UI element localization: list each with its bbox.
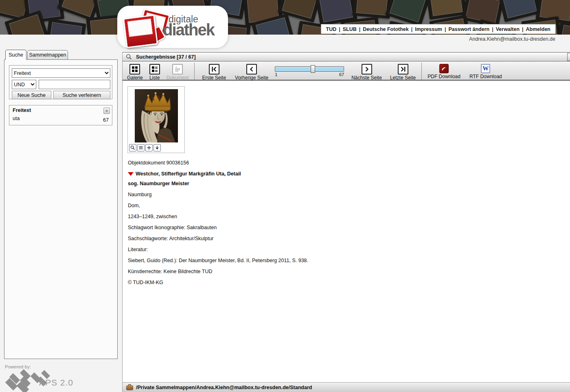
nav-link-verwalten[interactable]: Verwalten xyxy=(496,26,520,32)
copyright-line: © TUD-IKM-KG xyxy=(128,280,308,285)
refine-search-button[interactable]: Suche verfeinern xyxy=(53,91,110,99)
search-form: Freitext UND Neue Suche Suche verfeinern xyxy=(9,65,112,99)
document-view-icon xyxy=(172,64,183,74)
aps-logo-label: APS 2.0 xyxy=(39,378,73,388)
user-email: Andrea.Kiehn@mailbox.tu-dresden.de xyxy=(469,36,555,42)
nav-separator: | xyxy=(445,26,446,32)
rights-line: Künstlerrechte: Keine Bildrechte TUD xyxy=(128,269,308,274)
filter-result-count: 67 xyxy=(103,117,109,123)
search-operator-select[interactable]: UND xyxy=(12,80,36,89)
nav-link-abmelden[interactable]: Abmelden xyxy=(526,26,550,32)
slider-min-label: 1 xyxy=(275,72,277,77)
last-page-icon xyxy=(398,64,408,74)
chevron-right-icon xyxy=(362,64,372,74)
briefcase-icon xyxy=(126,384,133,390)
titlebar-edge-button[interactable] xyxy=(567,53,570,61)
search-icon xyxy=(126,54,132,60)
filter-term: uta xyxy=(13,116,20,121)
nav-separator: | xyxy=(492,26,493,32)
document-title-line: Westchor, Stifterfigur Markgräfin Uta, D… xyxy=(128,171,308,177)
thumb-zoom-button[interactable] xyxy=(129,144,136,151)
search-term-input[interactable] xyxy=(39,80,110,89)
search-panel: Freitext UND Neue Suche Suche verfeinern… xyxy=(4,59,118,359)
remove-filter-button[interactable]: × xyxy=(103,107,110,114)
powered-by-label: Powered by: xyxy=(5,364,31,369)
filter-field-label: Freitext xyxy=(13,107,31,113)
literature-label: Literatur: xyxy=(128,247,308,252)
gallery-grid-icon xyxy=(129,64,140,74)
toolbar-separator xyxy=(194,63,195,80)
thumb-detail-button[interactable] xyxy=(137,144,145,151)
nav-separator: | xyxy=(359,26,361,32)
building-line: Dom, xyxy=(128,203,308,208)
magnifier-icon xyxy=(130,145,135,150)
app-logo: digitale diathek xyxy=(117,6,228,48)
pdf-download-button[interactable]: PDF Download xyxy=(428,64,460,79)
nav-link-tud[interactable]: TUD xyxy=(326,26,337,32)
nav-separator: | xyxy=(522,26,524,32)
nav-separator: | xyxy=(411,26,413,32)
list-view-button[interactable]: Liste xyxy=(149,64,160,81)
page-slider-track[interactable] xyxy=(275,66,344,72)
document-content: Objektdokument 90036156 Westchor, Stifte… xyxy=(123,81,570,382)
list-view-icon xyxy=(149,64,160,74)
search-field-select[interactable]: Freitext xyxy=(12,68,110,78)
date-line: 1243–1249, zwischen xyxy=(128,214,308,219)
results-toolbar: Galerie Liste Dokument Erste Seite xyxy=(123,62,570,81)
iconography-line: Schlagwort Ikonographie: Sakralbauten xyxy=(128,225,308,230)
slides-logo-icon xyxy=(124,11,164,46)
results-title: Suchergebnisse [37 / 67] xyxy=(136,54,196,60)
next-page-button[interactable]: Nächste Seite xyxy=(351,64,382,81)
chevron-left-icon xyxy=(246,64,257,74)
slider-max-label: 67 xyxy=(339,72,344,77)
active-filter-box: Freitext × uta 67 xyxy=(9,105,112,125)
thumb-download-button[interactable] xyxy=(153,144,161,151)
new-search-button[interactable]: Neue Suche xyxy=(12,91,51,99)
toolbar-separator xyxy=(421,63,422,80)
tab-sammelmappen[interactable]: Sammelmappen xyxy=(27,50,68,60)
results-title-bar: Suchergebnisse [37 / 67] xyxy=(123,52,570,61)
text-lines-icon xyxy=(138,145,143,150)
artist-line: sog. Naumburger Meister xyxy=(128,181,308,186)
literature-line: Siebert, Guido (Red.): Der Naumburger Me… xyxy=(128,258,308,263)
uta-statue-thumbnail[interactable] xyxy=(135,89,178,142)
result-thumbnail-card xyxy=(127,86,185,153)
thumb-add-button[interactable] xyxy=(145,144,153,151)
top-nav-bar: TUD| SLUB| Deutsche Fotothek| Impressum|… xyxy=(321,24,556,34)
nav-separator: | xyxy=(339,26,340,32)
first-page-button[interactable]: Erste Seite xyxy=(202,64,226,81)
gallery-view-button[interactable]: Galerie xyxy=(127,64,143,81)
nav-link-passwort[interactable]: Passwort ändern xyxy=(448,26,489,32)
rtf-download-button[interactable]: W RTF Download xyxy=(469,64,502,79)
document-view-button: Dokument xyxy=(167,64,189,81)
collapse-triangle-icon[interactable] xyxy=(128,172,134,176)
last-page-button[interactable]: Letzte Seite xyxy=(390,64,416,81)
nav-link-fotothek[interactable]: Deutsche Fotothek xyxy=(363,26,409,32)
document-metadata: Objektdokument 90036156 Westchor, Stifte… xyxy=(128,160,308,291)
collection-path: /Private Sammelmappen/Andrea.Kiehn@mailb… xyxy=(136,385,312,390)
status-bar: /Private Sammelmappen/Andrea.Kiehn@mailb… xyxy=(123,382,570,392)
download-arrow-icon xyxy=(155,145,160,150)
tab-suche[interactable]: Suche xyxy=(5,50,26,60)
nav-link-impressum[interactable]: Impressum xyxy=(415,26,442,32)
word-icon: W xyxy=(481,64,490,73)
subject-keywords-line: Sachschlagworte: Architektur/Skulptur xyxy=(128,236,308,241)
object-id: Objektdokument 90036156 xyxy=(128,160,308,166)
nav-link-slub[interactable]: SLUB xyxy=(343,26,357,32)
results-main-area: Suchergebnisse [37 / 67] Galerie Liste D… xyxy=(122,52,570,392)
logo-text-diathek: diathek xyxy=(163,22,214,38)
plus-icon xyxy=(147,145,151,150)
page-slider-handle[interactable] xyxy=(311,65,315,73)
location-line: Naumburg xyxy=(128,192,308,197)
prev-page-button[interactable]: Vorherige Seite xyxy=(235,64,268,81)
page-slider: 1 67 xyxy=(275,64,344,77)
pdf-icon xyxy=(439,64,449,73)
first-page-icon xyxy=(209,64,219,74)
